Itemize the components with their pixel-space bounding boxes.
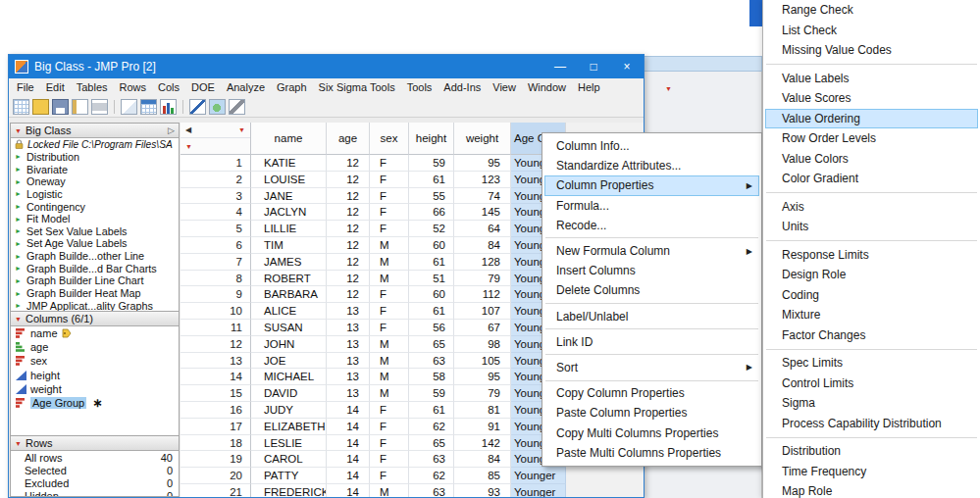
script-item-oneway[interactable]: ►Oneway [11, 175, 179, 188]
cell-age[interactable]: 13 [327, 353, 370, 370]
line-chart-icon[interactable] [189, 99, 206, 115]
cell-age[interactable]: 13 [327, 320, 370, 336]
row-number[interactable]: 13 [181, 353, 251, 370]
menu-six-sigma-tools[interactable]: Six Sigma Tools [313, 78, 401, 97]
row-number[interactable]: 14 [181, 369, 251, 385]
menu-help[interactable]: Help [572, 78, 606, 97]
cell-sex[interactable]: M [370, 484, 409, 497]
script-run-icon[interactable]: ► [15, 227, 23, 234]
cell-age[interactable]: 14 [327, 484, 370, 497]
column-item-height[interactable]: height [11, 369, 179, 382]
submenu-item-design-role[interactable]: Design Role [765, 265, 978, 285]
menu-item-column-info[interactable]: Column Info... [544, 136, 759, 156]
cell-sex[interactable]: M [370, 254, 409, 271]
column-header-height[interactable]: height [409, 123, 454, 155]
script-item-graph-builde-other-line[interactable]: ►Graph Builde...other Line [11, 250, 179, 263]
cell-age[interactable]: 12 [327, 286, 370, 303]
submenu-item-factor-changes[interactable]: Factor Changes [765, 325, 978, 346]
collapse-panels-icon[interactable]: ◀ [185, 126, 191, 134]
column-header-weight[interactable]: weight [454, 123, 511, 155]
menu-graph[interactable]: Graph [271, 78, 313, 97]
title-bar[interactable]: Big Class - JMP Pro [2] — □ × [9, 55, 644, 78]
script-item-bivariate[interactable]: ►Bivariate [11, 163, 179, 175]
row-number[interactable]: 15 [181, 385, 251, 402]
menu-item-formula[interactable]: Formula... [544, 196, 759, 216]
cell-height[interactable]: 51 [409, 271, 454, 287]
row-number[interactable]: 10 [181, 303, 251, 320]
cell-age[interactable]: 13 [327, 369, 370, 385]
cell-name[interactable]: ROBERT [251, 271, 327, 287]
menu-item-new-formula-column[interactable]: New Formula Column▶ [544, 241, 759, 261]
rows-menu-triangle-icon[interactable]: ▼ [15, 440, 22, 447]
cell-name[interactable]: TIM [251, 237, 327, 254]
cell-name[interactable]: SUSAN [251, 320, 327, 336]
panel-collapse-icon[interactable]: ▷ [168, 125, 175, 135]
cell-age[interactable]: 12 [327, 237, 370, 254]
cell-weight[interactable]: 123 [454, 172, 511, 188]
cell-height[interactable]: 52 [409, 221, 454, 237]
cell-weight[interactable]: 79 [454, 385, 511, 402]
data-grid-icon[interactable] [140, 99, 157, 115]
submenu-item-list-check[interactable]: List Check [765, 21, 978, 41]
map-icon[interactable] [209, 99, 226, 115]
cell-sex[interactable]: M [370, 369, 409, 385]
cell-height[interactable]: 58 [409, 369, 454, 385]
menu-add-ins[interactable]: Add-Ins [438, 78, 487, 97]
cell-sex[interactable]: F [370, 303, 409, 320]
rows-stat-hidden[interactable]: Hidden0 [11, 490, 179, 497]
submenu-item-value-ordering[interactable]: Value Ordering [765, 109, 978, 129]
open-file-icon[interactable] [32, 99, 49, 115]
cell-height[interactable]: 55 [409, 188, 454, 205]
menu-item-copy-multi-columns-properties[interactable]: Copy Multi Columns Properties [544, 423, 759, 442]
cell-weight[interactable]: 79 [454, 271, 511, 287]
submenu-item-spec-limits[interactable]: Spec Limits [765, 353, 978, 374]
cell-name[interactable]: ALICE [251, 303, 327, 320]
menu-item-link-id[interactable]: Link ID [544, 332, 759, 352]
cell-weight[interactable]: 98 [454, 336, 511, 353]
cell-age[interactable]: 14 [327, 402, 370, 419]
cell-height[interactable]: 56 [409, 320, 454, 336]
cell-height[interactable]: 63 [409, 353, 454, 370]
script-run-icon[interactable]: ► [15, 290, 23, 297]
row-number[interactable]: 11 [181, 320, 251, 336]
cell-height[interactable]: 62 [409, 419, 454, 435]
cell-height[interactable]: 61 [409, 254, 454, 271]
cell-sex[interactable]: F [370, 451, 409, 468]
script-item-set-sex-value-labels[interactable]: ►Set Sex Value Labels [11, 224, 179, 237]
bar-chart-icon[interactable] [160, 99, 177, 115]
cell-name[interactable]: JOHN [251, 336, 327, 353]
new-data-table-icon[interactable] [13, 99, 29, 115]
submenu-item-time-frequency[interactable]: Time Frequency [765, 462, 978, 482]
menu-item-standardize-attributes[interactable]: Standardize Attributes... [544, 156, 759, 175]
row-number[interactable]: 5 [181, 221, 251, 237]
submenu-item-row-order-levels[interactable]: Row Order Levels [765, 128, 978, 149]
cell-weight[interactable]: 95 [454, 155, 511, 172]
menu-item-insert-columns[interactable]: Insert Columns [544, 261, 759, 280]
tools-icon[interactable] [229, 99, 245, 115]
column-header-age[interactable]: age [327, 123, 370, 155]
submenu-item-sigma[interactable]: Sigma [765, 393, 978, 414]
script-item-fit-model[interactable]: ►Fit Model [11, 213, 179, 225]
rows-corner-menu-icon[interactable]: ▼ [185, 143, 192, 150]
submenu-item-value-colors[interactable]: Value Colors [765, 149, 978, 170]
print-icon[interactable] [91, 99, 108, 115]
cell-height[interactable]: 66 [409, 204, 454, 221]
menu-item-label-unlabel[interactable]: Label/Unlabel [544, 307, 759, 326]
script-run-icon[interactable]: ► [15, 216, 23, 223]
cell-age[interactable]: 12 [327, 188, 370, 205]
cell-age[interactable]: 12 [327, 271, 370, 287]
cell-sex[interactable]: F [370, 286, 409, 303]
cell-sex[interactable]: F [370, 435, 409, 452]
cell-name[interactable]: PATTY [251, 468, 327, 484]
disclosure-triangle-icon[interactable]: ▼ [665, 85, 672, 92]
cell-weight[interactable]: 81 [454, 402, 511, 419]
menu-window[interactable]: Window [522, 78, 572, 97]
cell-sex[interactable]: F [370, 204, 409, 221]
rows-panel-header[interactable]: ▼ Rows [11, 436, 179, 451]
columns-panel-header[interactable]: ▼ Columns (6/1) [11, 312, 179, 326]
cell-weight[interactable]: 74 [454, 188, 511, 205]
submenu-item-map-role[interactable]: Map Role [765, 481, 978, 498]
cell-name[interactable]: JANE [251, 188, 327, 205]
row-number[interactable]: 2 [181, 172, 251, 188]
menu-item-sort[interactable]: Sort▶ [544, 358, 759, 377]
